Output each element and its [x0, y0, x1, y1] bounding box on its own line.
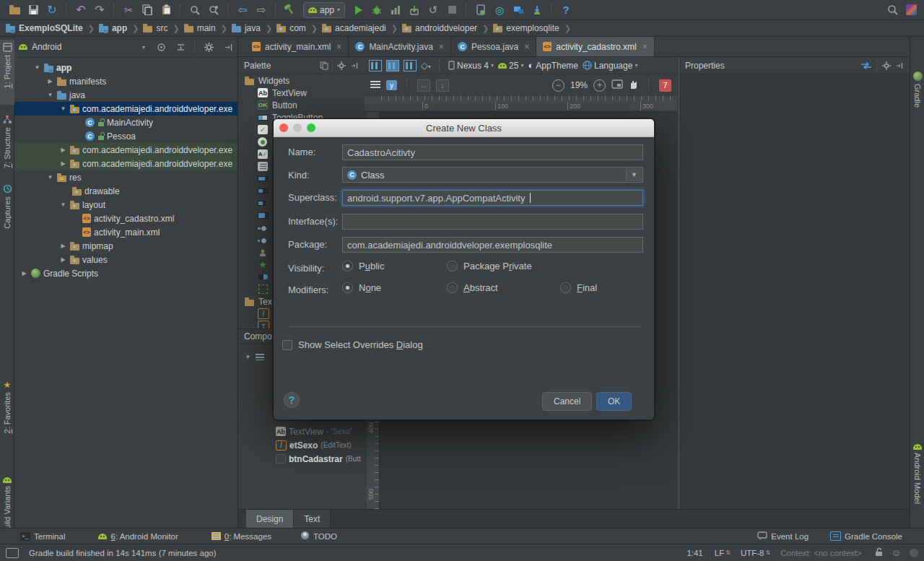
- variant-icon[interactable]: y: [386, 80, 397, 90]
- compile-icon[interactable]: [282, 2, 299, 18]
- match-width-icon[interactable]: ↔: [417, 79, 430, 92]
- paste-icon[interactable]: [157, 2, 175, 18]
- debug-icon[interactable]: [368, 2, 385, 18]
- tree-item-package-3[interactable]: ▶com.academiajedi.androiddveloper.exe: [14, 157, 237, 170]
- tree-item-manifests[interactable]: ▶manifests: [14, 74, 237, 88]
- toolwindow-button-android-model[interactable]: Android Model: [910, 441, 924, 531]
- tree-item-activity-main[interactable]: <>activity_main.xml: [14, 225, 237, 239]
- tree-item-drawable[interactable]: drawable: [14, 184, 237, 198]
- toolwindow-button-structure[interactable]: 7: Structure: [0, 112, 14, 181]
- toolwindow-android-monitor[interactable]: 6: Android Monitor: [98, 532, 178, 541]
- breadcrumb-item[interactable]: app: [99, 23, 127, 33]
- tree-item-mainactivity[interactable]: CMainActivity: [14, 116, 237, 129]
- hide-panel-icon[interactable]: [895, 61, 904, 70]
- cut-icon[interactable]: ✂: [120, 2, 137, 18]
- breadcrumb-item[interactable]: java: [232, 23, 261, 33]
- tree-item-app[interactable]: ▼app: [14, 61, 237, 74]
- redo-icon[interactable]: ↷: [91, 2, 108, 18]
- hide-panel-icon[interactable]: [350, 61, 359, 70]
- radio-none[interactable]: None: [342, 282, 381, 293]
- tab-activity-main-xml[interactable]: <>activity_main.xml×: [245, 37, 349, 56]
- open-icon[interactable]: [6, 2, 23, 18]
- radio-public[interactable]: Public: [342, 261, 384, 271]
- package-field[interactable]: com.academiajedi.androiddveloper.exemplo…: [342, 237, 643, 253]
- tree-item-package-2[interactable]: ▶com.academiajedi.androiddveloper.exe: [14, 143, 237, 157]
- breadcrumb-item[interactable]: androiddveloper: [402, 23, 477, 33]
- device-select[interactable]: Nexus 4▾: [448, 61, 494, 71]
- menu-icon[interactable]: [370, 80, 380, 90]
- help-button[interactable]: ?: [284, 392, 300, 408]
- design-surface-icon[interactable]: [386, 60, 399, 71]
- attach-debugger-icon[interactable]: [406, 2, 423, 18]
- chevron-down-icon[interactable]: ▾: [142, 44, 145, 51]
- breadcrumb-item[interactable]: academiajedi: [322, 23, 386, 33]
- palette-section-widgets[interactable]: Widgets: [238, 74, 365, 87]
- show-blueprint-icon[interactable]: [369, 60, 382, 71]
- sdk-manager-icon[interactable]: [510, 2, 527, 18]
- zoom-in-icon[interactable]: +: [593, 79, 606, 92]
- tree-item-mipmap[interactable]: ▶mipmap: [14, 239, 237, 253]
- profiler-icon[interactable]: [387, 2, 404, 18]
- tree-item-layout[interactable]: ▼layout: [14, 198, 237, 212]
- tree-item-gradle-scripts[interactable]: ▶Gradle Scripts: [14, 266, 237, 280]
- breadcrumb-item[interactable]: com: [276, 23, 306, 33]
- toolwindow-button-captures[interactable]: Captures: [0, 181, 14, 238]
- run-icon[interactable]: [349, 2, 367, 18]
- tab-activity-cadastro-xml[interactable]: <>activity_cadastro.xml×: [536, 37, 654, 56]
- forward-icon[interactable]: ⇨: [253, 2, 270, 18]
- close-icon[interactable]: ×: [524, 42, 529, 52]
- gear-icon[interactable]: [882, 61, 891, 70]
- hector-inspections-icon[interactable]: ☺: [892, 547, 901, 558]
- context-indicator[interactable]: Context: <no context>: [780, 549, 862, 557]
- breadcrumb-item[interactable]: ExemploSQLite: [6, 23, 83, 33]
- close-icon[interactable]: ×: [439, 42, 444, 52]
- attach-android-icon[interactable]: [528, 2, 546, 18]
- toolwindow-gradle-console[interactable]: Gradle Console: [830, 531, 902, 541]
- toolwindow-terminal[interactable]: >_ Terminal: [20, 532, 65, 541]
- caret-position[interactable]: 1:41: [687, 549, 702, 557]
- palette-item-textview[interactable]: AbTextView: [238, 87, 365, 99]
- gear-icon[interactable]: [204, 43, 214, 52]
- tree-item-values[interactable]: ▶values: [14, 253, 237, 266]
- sync-gradle-icon[interactable]: ◎: [491, 2, 508, 18]
- replace-icon[interactable]: [205, 2, 222, 18]
- lock-icon[interactable]: [875, 547, 883, 558]
- toolwindow-button-gradle[interactable]: Gradle: [910, 69, 924, 138]
- toolwindow-event-log[interactable]: Event Log: [757, 531, 808, 542]
- interfaces-field[interactable]: [342, 214, 643, 230]
- tab-mainactivity-java[interactable]: CMainActivity.java×: [349, 37, 451, 56]
- cancel-button[interactable]: Cancel: [542, 392, 592, 411]
- theme-select[interactable]: ◐AppTheme: [528, 60, 578, 71]
- locate-icon[interactable]: [157, 43, 166, 52]
- copy-icon[interactable]: [320, 61, 328, 70]
- tree-item-pessoa[interactable]: CPessoa: [14, 129, 237, 143]
- tree-item-activity-cadastro[interactable]: <>activity_cadastro.xml: [14, 212, 237, 225]
- orientation-icon[interactable]: ◇▾: [421, 60, 431, 71]
- encoding-select[interactable]: UTF-8⇅: [741, 549, 770, 557]
- ok-button[interactable]: OK: [596, 392, 632, 411]
- tree-item-res[interactable]: ▼res: [14, 170, 237, 184]
- toolwindow-switcher-icon[interactable]: [6, 548, 19, 558]
- zoom-out-icon[interactable]: −: [552, 79, 565, 92]
- stop-icon[interactable]: [443, 2, 461, 18]
- name-field[interactable]: CadastroAcitivty: [342, 144, 643, 160]
- undo-icon[interactable]: ↶: [72, 2, 90, 18]
- both-surfaces-icon[interactable]: [404, 60, 417, 71]
- status-message[interactable]: Gradle build finished in 14s 141ms (7 mi…: [29, 549, 217, 557]
- close-icon[interactable]: ×: [336, 42, 341, 52]
- breadcrumb-item[interactable]: src: [143, 23, 167, 33]
- dialog-titlebar[interactable]: Create New Class: [274, 119, 654, 137]
- component-btncadastrar[interactable]: btnCadastrar(Butt: [238, 452, 365, 466]
- tab-design[interactable]: Design: [246, 510, 294, 528]
- rerun-icon[interactable]: ↺: [424, 2, 442, 18]
- toolwindow-messages[interactable]: 0: Messages: [212, 532, 271, 541]
- api-version-select[interactable]: 25▾: [498, 61, 523, 71]
- toolwindow-button-favorites[interactable]: ★ 2: Favorites: [0, 378, 14, 441]
- show-overrides-checkbox[interactable]: Show Select Overrides Dialog: [282, 339, 423, 350]
- line-ending-select[interactable]: LF⇅: [715, 549, 731, 557]
- component-etsexo[interactable]: IetSexo(EditText): [238, 438, 365, 452]
- palette-item-button[interactable]: OKButton: [238, 99, 365, 111]
- superclass-field[interactable]: android.support.v7.app.AppCompatActivity: [342, 190, 643, 206]
- breadcrumb-item[interactable]: exemplosqlite: [493, 23, 559, 33]
- find-icon[interactable]: [186, 2, 204, 18]
